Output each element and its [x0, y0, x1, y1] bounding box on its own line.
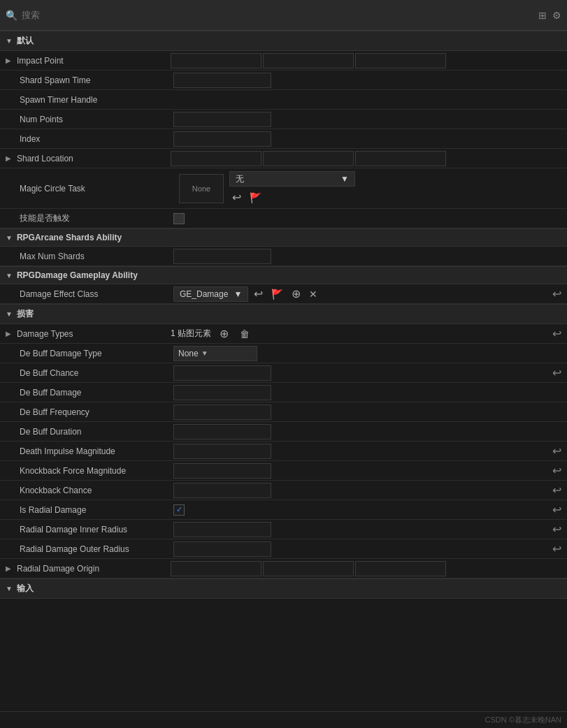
max-num-shards-row: Max Num Shards 11 — [0, 247, 567, 266]
damage-effect-reset-btn[interactable]: ↩ — [552, 287, 561, 300]
section-rpg-damage-chevron: ▼ — [6, 272, 13, 279]
impact-point-x[interactable]: 0.0 — [171, 53, 261, 68]
debuff-chance-controls: 0.0 ↩ — [173, 365, 561, 381]
is-radial-damage-controls: ↩ — [173, 503, 561, 516]
spawn-timer-handle-label: Spawn Timer Handle — [20, 95, 173, 105]
grid-icon[interactable]: ⊞ — [538, 10, 547, 21]
death-impulse-row: Death Impulse Magnitude 200.0 ↩ — [0, 442, 567, 461]
impact-point-label: Impact Point — [17, 56, 171, 66]
knockback-chance-input[interactable]: 100.0 — [173, 483, 271, 498]
radial-inner-radius-reset-btn[interactable]: ↩ — [552, 523, 561, 536]
radial-inner-radius-input[interactable]: 50.0 — [173, 522, 271, 537]
radial-damage-origin-triple: 0.0 0.0 0.0 — [171, 561, 446, 576]
impact-point-controls: 0.0 0.0 0.0 — [171, 53, 561, 68]
index-input[interactable]: 0 — [173, 131, 271, 147]
magic-circle-right: 无 ▼ ↩ 🚩 — [229, 171, 355, 205]
magic-circle-none-box: None — [179, 174, 224, 203]
section-default-label: 默认 — [17, 35, 34, 47]
skill-trigger-controls — [173, 213, 561, 224]
knockback-force-input[interactable]: 500.0 — [173, 463, 271, 479]
search-bar: 🔍 ⊞ ⚙ — [0, 0, 567, 31]
impact-point-y[interactable]: 0.0 — [263, 53, 354, 68]
damage-effect-class-row: Damage Effect Class GE_Damage ▼ ↩ 🚩 ⊕ ✕ … — [0, 284, 567, 304]
is-radial-damage-checkbox[interactable] — [173, 504, 185, 516]
section-rpg-arcane-label: RPGArcane Shards Ability — [17, 233, 122, 242]
section-default[interactable]: ▼ 默认 — [0, 31, 567, 51]
debuff-damage-controls: 5.0 — [173, 385, 561, 400]
radial-damage-origin-y[interactable]: 0.0 — [263, 561, 354, 576]
shard-location-y[interactable]: 0.0 — [263, 151, 354, 166]
debuff-damage-type-row: De Buff Damage Type None ▼ — [0, 344, 567, 363]
damage-types-delete-btn[interactable]: 🗑 — [237, 327, 252, 341]
magic-circle-task-label: Magic Circle Task — [20, 184, 173, 194]
section-damage[interactable]: ▼ 损害 — [0, 304, 567, 324]
ge-damage-dropdown[interactable]: GE_Damage ▼ — [173, 286, 248, 302]
settings-icon[interactable]: ⚙ — [552, 10, 561, 21]
damage-types-reset-btn[interactable]: ↩ — [552, 327, 561, 340]
shard-location-label: Shard Location — [17, 154, 171, 163]
num-points-input[interactable]: 1 — [173, 112, 271, 127]
damage-types-label: Damage Types — [17, 329, 171, 339]
radial-damage-origin-arrow[interactable]: ▶ — [6, 565, 17, 572]
damage-effect-flag-btn[interactable]: 🚩 — [268, 287, 286, 301]
knockback-force-reset-btn[interactable]: ↩ — [552, 464, 561, 477]
radial-inner-radius-reset-col: ↩ — [552, 523, 561, 536]
impact-point-z[interactable]: 0.0 — [355, 53, 446, 68]
skill-trigger-checkbox[interactable] — [173, 213, 185, 224]
search-input[interactable] — [22, 10, 534, 20]
debuff-damage-type-value: None — [178, 349, 199, 358]
radial-outer-radius-reset-btn[interactable]: ↩ — [552, 542, 561, 555]
index-controls: 0 — [173, 131, 561, 147]
debuff-chance-reset-btn[interactable]: ↩ — [552, 366, 561, 379]
section-rpg-damage-label: RPGDamage Gameplay Ability — [17, 270, 138, 280]
knockback-chance-reset-col: ↩ — [552, 483, 561, 497]
debuff-chance-label: De Buff Chance — [20, 368, 173, 378]
num-points-controls: 1 — [173, 112, 561, 127]
debuff-frequency-input[interactable]: 1.0 — [173, 405, 271, 420]
shard-spawn-time-row: Shard Spawn Time 0.2 — [0, 71, 567, 90]
radial-damage-origin-x[interactable]: 0.0 — [171, 561, 261, 576]
section-rpg-damage[interactable]: ▼ RPGDamage Gameplay Ability — [0, 266, 567, 284]
debuff-damage-input[interactable]: 5.0 — [173, 385, 271, 400]
radial-damage-origin-controls: 0.0 0.0 0.0 — [171, 561, 561, 576]
radial-outer-radius-input[interactable]: 200.0 — [173, 541, 271, 557]
death-impulse-input[interactable]: 200.0 — [173, 444, 271, 459]
section-input[interactable]: ▼ 输入 — [0, 578, 567, 599]
wu-label: 无 — [236, 173, 244, 185]
debuff-frequency-row: De Buff Frequency 1.0 — [0, 402, 567, 422]
search-bar-icons: ⊞ ⚙ — [538, 10, 561, 21]
debuff-chance-input[interactable]: 0.0 — [173, 365, 271, 381]
num-points-row: Num Points 1 — [0, 110, 567, 129]
magic-circle-dropdown[interactable]: 无 ▼ — [229, 171, 355, 187]
is-radial-damage-reset-btn[interactable]: ↩ — [552, 503, 561, 516]
debuff-duration-label: De Buff Duration — [20, 427, 173, 437]
damage-types-add-btn[interactable]: ⊕ — [217, 326, 231, 342]
radial-damage-origin-z[interactable]: 0.0 — [355, 561, 446, 576]
debuff-chance-reset-col: ↩ — [552, 366, 561, 379]
shard-location-x[interactable]: 0.0 — [171, 151, 261, 166]
damage-effect-add-btn[interactable]: ⊕ — [289, 286, 303, 302]
magic-circle-dropdown-row: 无 ▼ — [229, 171, 355, 187]
shard-location-triple: 0.0 0.0 0.0 — [171, 151, 446, 166]
impact-point-arrow[interactable]: ▶ — [6, 57, 17, 64]
max-num-shards-controls: 11 — [173, 249, 561, 264]
shard-spawn-time-input[interactable]: 0.2 — [173, 73, 271, 88]
section-rpg-arcane[interactable]: ▼ RPGArcane Shards Ability — [0, 228, 567, 247]
debuff-damage-type-dropdown[interactable]: None ▼ — [173, 346, 257, 361]
damage-effect-back-btn[interactable]: ↩ — [251, 286, 266, 302]
death-impulse-reset-btn[interactable]: ↩ — [552, 444, 561, 458]
debuff-duration-input[interactable]: 5.0 — [173, 424, 271, 439]
magic-circle-back-btn[interactable]: ↩ — [229, 189, 244, 205]
radial-outer-radius-label: Radial Damage Outer Radius — [20, 544, 173, 554]
shard-location-z[interactable]: 0.0 — [355, 151, 446, 166]
damage-types-arrow[interactable]: ▶ — [6, 330, 17, 337]
skill-trigger-row: 技能是否触发 — [0, 209, 567, 228]
shard-location-arrow[interactable]: ▶ — [6, 154, 17, 162]
is-radial-damage-reset-col: ↩ — [552, 503, 561, 516]
max-num-shards-input[interactable]: 11 — [173, 249, 271, 264]
damage-effect-close-btn[interactable]: ✕ — [306, 287, 320, 301]
magic-circle-flag-btn[interactable]: 🚩 — [247, 191, 264, 205]
knockback-chance-reset-btn[interactable]: ↩ — [552, 483, 561, 497]
shard-location-controls: 0.0 0.0 0.0 — [171, 151, 561, 166]
knockback-force-reset-col: ↩ — [552, 464, 561, 477]
